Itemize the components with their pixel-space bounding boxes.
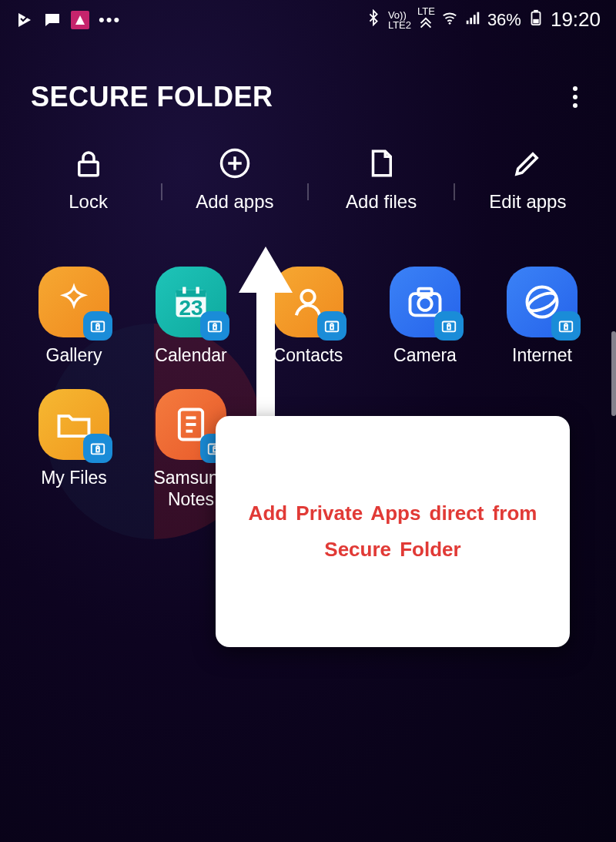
add-icon bbox=[219, 146, 251, 180]
bluetooth-icon bbox=[365, 9, 382, 31]
play-notification-icon bbox=[15, 11, 34, 29]
clock: 19:20 bbox=[551, 8, 601, 32]
lte-indicator: LTE bbox=[417, 6, 435, 33]
page-title: SECURE FOLDER bbox=[31, 81, 273, 113]
svg-point-1 bbox=[449, 22, 451, 24]
svg-point-25 bbox=[418, 297, 431, 310]
svg-point-21 bbox=[301, 290, 314, 304]
battery-icon bbox=[527, 9, 544, 31]
svg-rect-8 bbox=[533, 18, 538, 23]
app-notification-icon bbox=[71, 11, 89, 29]
secure-badge-icon bbox=[83, 311, 112, 340]
folder-icon bbox=[38, 389, 109, 460]
svg-rect-20 bbox=[213, 326, 216, 330]
add-files-button[interactable]: Add files bbox=[323, 146, 439, 213]
gallery-icon bbox=[38, 267, 109, 337]
svg-rect-7 bbox=[534, 9, 538, 12]
file-icon bbox=[365, 146, 397, 180]
app-gallery[interactable]: Gallery bbox=[23, 267, 125, 366]
chat-notification-icon bbox=[43, 11, 62, 29]
status-indicators: Vo)) LTE2 LTE 36% 19:20 bbox=[365, 6, 601, 33]
calendar-day: 23 bbox=[179, 296, 203, 320]
status-notifications: ••• bbox=[15, 10, 121, 30]
separator bbox=[307, 183, 309, 200]
svg-rect-3 bbox=[470, 18, 472, 24]
edit-apps-label: Edit apps bbox=[489, 191, 566, 213]
add-apps-label: Add apps bbox=[196, 191, 273, 213]
status-bar: ••• Vo)) LTE2 LTE 36% 19:20 bbox=[0, 0, 616, 36]
camera-icon bbox=[390, 267, 460, 337]
edit-apps-button[interactable]: Edit apps bbox=[470, 146, 585, 213]
app-myfiles[interactable]: My Files bbox=[23, 389, 125, 510]
app-contacts[interactable]: Contacts bbox=[257, 267, 359, 366]
svg-rect-14 bbox=[96, 326, 99, 330]
app-label: My Files bbox=[41, 468, 107, 488]
volte-indicator: Vo)) LTE2 bbox=[388, 10, 411, 30]
battery-percent: 36% bbox=[487, 10, 521, 30]
svg-rect-4 bbox=[474, 15, 476, 24]
svg-rect-28 bbox=[447, 326, 450, 330]
header: SECURE FOLDER bbox=[0, 36, 616, 131]
svg-rect-2 bbox=[467, 20, 469, 24]
separator bbox=[454, 183, 455, 200]
contacts-icon bbox=[273, 267, 343, 337]
app-internet[interactable]: Internet bbox=[491, 267, 593, 366]
separator bbox=[161, 183, 162, 200]
lock-label: Lock bbox=[69, 191, 108, 213]
svg-rect-32 bbox=[564, 326, 567, 330]
more-notifications-icon: ••• bbox=[99, 10, 121, 30]
app-label: Contacts bbox=[273, 345, 343, 366]
action-row: Lock Add apps Add files Edit apps bbox=[0, 131, 616, 220]
svg-rect-9 bbox=[79, 162, 98, 176]
lock-icon bbox=[72, 146, 105, 180]
app-label: Calendar bbox=[155, 345, 226, 366]
secure-badge-icon bbox=[551, 311, 581, 340]
svg-rect-23 bbox=[330, 326, 333, 330]
secure-badge-icon bbox=[83, 434, 112, 463]
callout-box: Add Private Apps direct from Secure Fold… bbox=[216, 416, 570, 647]
signal-icon bbox=[464, 9, 481, 31]
add-apps-button[interactable]: Add apps bbox=[177, 146, 293, 213]
app-label: Camera bbox=[393, 345, 457, 366]
calendar-icon: 23 bbox=[156, 267, 226, 337]
callout-text: Add Private Apps direct from Secure Fold… bbox=[246, 495, 539, 568]
app-label: Gallery bbox=[46, 345, 102, 366]
scrollbar[interactable] bbox=[611, 331, 616, 416]
secure-badge-icon bbox=[317, 311, 346, 340]
secure-badge-icon bbox=[434, 311, 464, 340]
svg-rect-5 bbox=[477, 12, 479, 24]
app-camera[interactable]: Camera bbox=[374, 267, 476, 366]
internet-icon bbox=[507, 267, 578, 337]
add-files-label: Add files bbox=[346, 191, 417, 213]
overflow-menu-button[interactable] bbox=[565, 79, 585, 116]
secure-badge-icon bbox=[200, 311, 229, 340]
app-label: Internet bbox=[512, 345, 572, 366]
lock-button[interactable]: Lock bbox=[31, 146, 146, 213]
app-calendar[interactable]: 23 Calendar bbox=[140, 267, 242, 366]
wifi-icon bbox=[441, 9, 458, 31]
svg-rect-34 bbox=[96, 448, 99, 452]
svg-rect-26 bbox=[418, 289, 431, 296]
pencil-icon bbox=[511, 146, 544, 180]
